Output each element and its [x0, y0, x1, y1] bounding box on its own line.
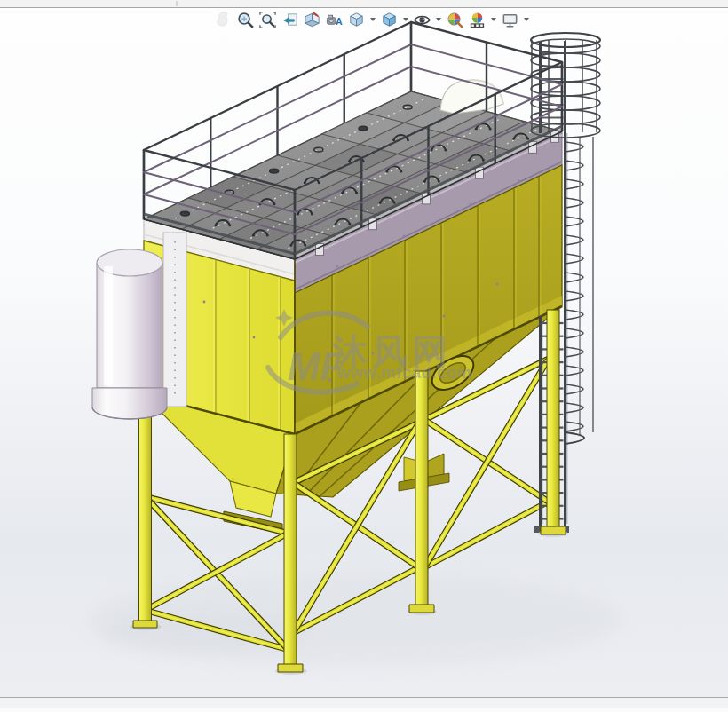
apply-scene-dropdown-caret[interactable] [488, 9, 499, 31]
window-top-strip [0, 0, 728, 8]
section-view-icon [303, 11, 321, 29]
view-orientation-dropdown-caret[interactable] [368, 9, 378, 31]
view-orientation-icon [347, 11, 366, 29]
zoom-to-fit-icon [236, 11, 255, 29]
view-settings-dropdown-caret[interactable] [521, 9, 532, 31]
window-bottom-edge [0, 708, 728, 712]
hide-show-items-icon [413, 11, 431, 29]
display-style-button[interactable] [378, 9, 400, 31]
edit-appearance-button[interactable] [444, 9, 466, 31]
previous-view-button[interactable] [279, 9, 301, 31]
air-receiver-cylinder [92, 233, 186, 419]
outlet-dome [440, 80, 503, 114]
previous-view-icon [281, 11, 299, 29]
solidworks-window: MF 沐风网 www.mfcad.com [0, 0, 728, 712]
display-style-icon [380, 11, 399, 29]
edit-appearance-icon [446, 11, 464, 29]
hide-show-items-dropdown-caret[interactable] [433, 9, 444, 31]
display-style-dropdown-caret[interactable] [400, 9, 411, 31]
heads-up-view-toolbar: A [212, 8, 532, 31]
view-settings-icon [501, 11, 519, 29]
svg-text:A: A [336, 16, 343, 27]
hide-show-items-button[interactable] [411, 9, 433, 31]
zoom-to-area-button[interactable] [257, 9, 279, 31]
3d-drawing-view-icon [214, 11, 233, 29]
dynamic-annotation-views-button[interactable]: A [323, 9, 345, 31]
apply-scene-button[interactable] [466, 9, 488, 31]
view-settings-button[interactable] [499, 9, 521, 31]
strip-divider [176, 1, 178, 6]
view-orientation-button[interactable] [345, 9, 368, 31]
apply-scene-icon [468, 11, 487, 29]
zoom-to-fit-button[interactable] [234, 9, 257, 31]
cad-viewport[interactable]: MF 沐风网 www.mfcad.com [0, 0, 728, 712]
dynamic-annotation-views-icon: A [325, 11, 344, 29]
zoom-to-area-icon [258, 11, 277, 29]
section-view-button[interactable] [301, 9, 323, 31]
3d-drawing-view-button[interactable] [212, 9, 234, 31]
watermark-site-url: www.mfcad.com [336, 363, 472, 382]
status-bar [0, 697, 728, 708]
